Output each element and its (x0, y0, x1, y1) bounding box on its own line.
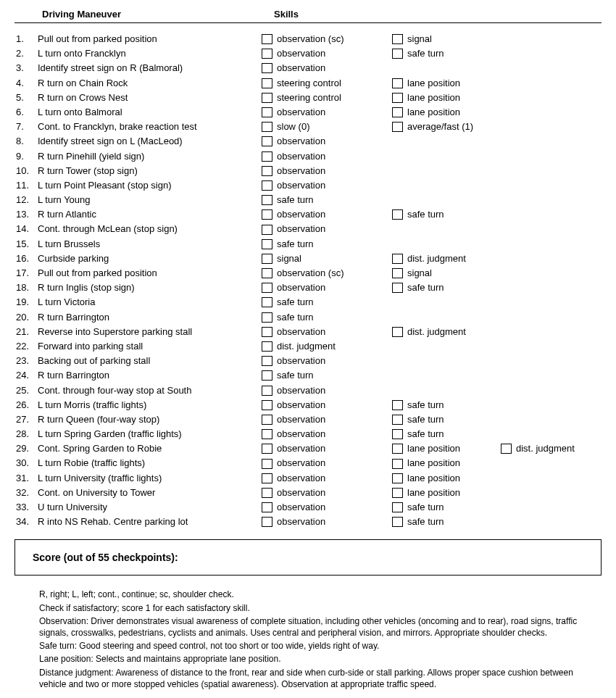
maneuver-list: 1.Pull out from parked positionobservati… (14, 32, 602, 529)
checkbox[interactable] (262, 502, 272, 512)
checkbox[interactable] (262, 151, 272, 162)
checkbox[interactable] (262, 341, 272, 352)
checkbox[interactable] (392, 502, 403, 512)
checkbox[interactable] (262, 473, 272, 483)
maneuver-text: L turn Victoria (38, 295, 262, 309)
checkbox[interactable] (392, 209, 403, 220)
checkbox[interactable] (392, 268, 403, 278)
skill-item: safe turn (262, 310, 392, 325)
checkbox[interactable] (392, 429, 403, 439)
skills-cell: observationdist. judgment (262, 325, 501, 339)
checkbox[interactable] (392, 444, 403, 454)
skills-cell: observationsafe turn (262, 281, 501, 295)
checkbox[interactable] (392, 283, 403, 293)
maneuver-text: Curbside parking (38, 252, 262, 266)
checkbox[interactable] (392, 107, 403, 117)
checkbox[interactable] (262, 312, 272, 323)
checkbox[interactable] (262, 209, 272, 220)
skill-item: observation (262, 222, 392, 236)
table-row: 34.R into NS Rehab. Centre parking lotob… (14, 515, 602, 529)
checkbox[interactable] (262, 268, 272, 278)
checkbox[interactable] (392, 93, 403, 103)
skill-item: dist. judgment (392, 252, 501, 266)
checkbox[interactable] (262, 429, 272, 439)
row-number: 32. (14, 486, 38, 500)
checkbox[interactable] (392, 415, 403, 425)
checkbox[interactable] (262, 386, 272, 396)
skills-cell: observationlane positiondist. judgment (262, 441, 588, 456)
maneuver-text: R turn Tower (stop sign) (38, 164, 262, 178)
row-number: 9. (14, 149, 38, 164)
checkbox[interactable] (262, 415, 272, 425)
checkbox[interactable] (262, 195, 272, 205)
checkbox[interactable] (262, 180, 272, 191)
checkbox[interactable] (262, 444, 272, 454)
checkbox[interactable] (392, 122, 403, 132)
row-number: 1. (14, 32, 38, 46)
checkbox[interactable] (262, 400, 272, 410)
maneuver-text: Cont. through four-way stop at South (38, 383, 262, 398)
table-row: 24.R turn Barringtonsafe turn (14, 368, 602, 383)
checkbox[interactable] (262, 254, 272, 264)
checkbox[interactable] (262, 327, 272, 337)
checkbox[interactable] (501, 444, 512, 454)
checkbox[interactable] (262, 63, 272, 73)
checkbox[interactable] (262, 459, 272, 469)
table-row: 9.R turn Pinehill (yield sign)observatio… (14, 149, 602, 164)
skill-label: safe turn (407, 46, 444, 61)
skill-label: safe turn (407, 207, 444, 222)
checkbox[interactable] (262, 488, 272, 498)
maneuver-text: Identify street sign on L (MacLeod) (38, 134, 262, 149)
checkbox[interactable] (392, 49, 403, 59)
skill-label: observation (277, 471, 325, 486)
maneuver-text: R turn on Crows Nest (38, 91, 262, 105)
checkbox[interactable] (262, 122, 272, 132)
checkbox[interactable] (262, 283, 272, 293)
table-row: 23.Backing out of parking stallobservati… (14, 354, 602, 368)
table-row: 10.R turn Tower (stop sign)observation (14, 164, 602, 178)
checkbox[interactable] (392, 34, 403, 44)
skills-cell: observationsafe turn (262, 398, 501, 412)
checkbox[interactable] (392, 254, 403, 264)
skill-item: observation (sc) (262, 266, 392, 281)
maneuver-text: Forward into parking stall (38, 339, 262, 354)
table-row: 31.L turn University (traffic lights)obs… (14, 471, 602, 486)
checkbox[interactable] (262, 225, 272, 235)
checkbox[interactable] (262, 93, 272, 103)
skill-label: observation (277, 281, 325, 295)
table-row: 1.Pull out from parked positionobservati… (14, 32, 602, 46)
checkbox[interactable] (262, 166, 272, 176)
checkbox[interactable] (262, 356, 272, 366)
checkbox[interactable] (392, 488, 403, 498)
skill-item: safe turn (392, 46, 501, 61)
checkbox[interactable] (392, 78, 403, 88)
checkbox[interactable] (262, 517, 272, 527)
checkbox[interactable] (262, 239, 272, 249)
skills-cell: observation (262, 134, 392, 149)
skill-item: observation (262, 105, 392, 120)
checkbox[interactable] (392, 327, 403, 337)
checkbox[interactable] (262, 78, 272, 88)
checkbox[interactable] (262, 49, 272, 59)
checkbox[interactable] (262, 107, 272, 117)
checkbox[interactable] (392, 400, 403, 410)
checkbox[interactable] (262, 297, 272, 307)
maneuver-text: R turn on Chain Rock (38, 76, 262, 91)
checkbox[interactable] (392, 473, 403, 483)
skill-label: observation (277, 486, 325, 500)
checkbox[interactable] (262, 136, 272, 146)
skills-cell: observationlane position (262, 471, 501, 486)
row-number: 26. (14, 398, 38, 412)
table-row: 19.L turn Victoriasafe turn (14, 295, 602, 309)
maneuver-text: L turn Brussels (38, 237, 262, 252)
skills-cell: observationlane position (262, 105, 501, 120)
skill-item: steering control (262, 76, 392, 91)
checkbox[interactable] (262, 34, 272, 44)
checkbox[interactable] (392, 459, 403, 469)
skill-label: observation (277, 46, 325, 61)
skills-cell: observation (sc)signal (262, 32, 501, 46)
table-row: 11.L turn Point Pleasant (stop sign)obse… (14, 178, 602, 193)
row-number: 24. (14, 368, 38, 383)
checkbox[interactable] (262, 370, 272, 381)
checkbox[interactable] (392, 517, 403, 527)
